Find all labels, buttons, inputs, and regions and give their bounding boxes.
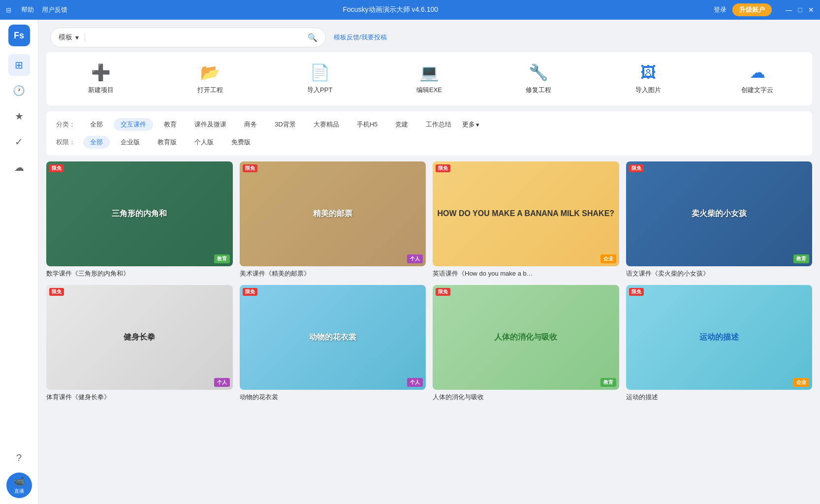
badge-limit: 限免 bbox=[436, 164, 450, 172]
action-import-img-label: 导入图片 bbox=[635, 86, 661, 94]
action-new[interactable]: ➕ 新建项目 bbox=[46, 58, 156, 99]
badge-limit: 限免 bbox=[243, 164, 257, 172]
open-project-icon: 📂 bbox=[200, 63, 220, 82]
filter-3d[interactable]: 3D背景 bbox=[268, 118, 303, 131]
check-icon: ✓ bbox=[15, 136, 23, 148]
menu-help[interactable]: 帮助 bbox=[21, 5, 34, 14]
feedback-link[interactable]: 模板反馈/我要投稿 bbox=[334, 33, 387, 42]
search-dropdown[interactable]: 模板 ▾ bbox=[59, 33, 85, 42]
login-button[interactable]: 登录 bbox=[714, 5, 726, 14]
perm-all[interactable]: 全部 bbox=[83, 136, 110, 149]
grid-title: 英语课件《How do you make a b… bbox=[433, 269, 619, 278]
titlebar-title: Focusky动画演示大师 v4.6.100 bbox=[67, 5, 714, 14]
grid-item-5[interactable]: 限免健身长拳个人体育课件《健身长拳》 bbox=[46, 285, 233, 402]
filter-party[interactable]: 党建 bbox=[388, 118, 415, 131]
template-grid: 限免三角形的内角和教育数学课件《三角形的内角和》限免精美的邮票个人美术课件《精美… bbox=[38, 161, 820, 504]
sidebar-item-history[interactable]: 🕐 bbox=[8, 80, 30, 101]
grid-item-6[interactable]: 限免动物的花衣裳个人动物的花衣裳 bbox=[240, 285, 426, 402]
grid-item-8[interactable]: 限免运动的描述企业运动的描述 bbox=[626, 285, 813, 402]
filter-all[interactable]: 全部 bbox=[83, 118, 110, 131]
action-repair-label: 修复工程 bbox=[526, 86, 551, 94]
upgrade-button[interactable]: 升级账户 bbox=[732, 3, 772, 16]
action-edit-exe-label: 编辑EXE bbox=[416, 86, 442, 94]
filter-mobile[interactable]: 手机H5 bbox=[350, 118, 385, 131]
new-project-icon: ➕ bbox=[91, 63, 111, 82]
card-text: 三角形的内角和 bbox=[108, 205, 171, 223]
perm-enterprise[interactable]: 企业版 bbox=[114, 136, 147, 149]
perm-personal[interactable]: 个人版 bbox=[188, 136, 221, 149]
titlebar-icon: ⊟ bbox=[6, 6, 11, 14]
filter-course[interactable]: 课件及微课 bbox=[188, 118, 233, 131]
grid-title: 运动的描述 bbox=[626, 393, 813, 402]
grid-item-4[interactable]: 限免卖火柴的小女孩教育语文课件《卖火柴的小女孩》 bbox=[626, 161, 813, 278]
menu-feedback[interactable]: 用户反馈 bbox=[42, 5, 67, 14]
help-icon: ? bbox=[16, 452, 22, 464]
grid-item-7[interactable]: 限免人体的消化与吸收教育人体的消化与吸收 bbox=[433, 285, 619, 402]
badge-type: 教育 bbox=[793, 254, 809, 263]
perm-education[interactable]: 教育版 bbox=[151, 136, 184, 149]
action-edit-exe[interactable]: 💻 编辑EXE bbox=[375, 58, 484, 99]
search-icon[interactable]: 🔍 bbox=[308, 33, 317, 42]
repair-icon: 🔧 bbox=[529, 63, 548, 82]
live-icon: 📹 bbox=[14, 476, 25, 487]
card-text: 人体的消化与吸收 bbox=[490, 328, 561, 346]
action-new-label: 新建项目 bbox=[88, 86, 114, 94]
history-icon: 🕐 bbox=[13, 85, 25, 96]
star-icon: ★ bbox=[15, 110, 24, 122]
grid-title: 语文课件《卖火柴的小女孩》 bbox=[626, 269, 813, 278]
badge-type: 教育 bbox=[600, 378, 616, 387]
category-label: 分类： bbox=[56, 120, 75, 129]
sidebar-item-help[interactable]: ? bbox=[8, 447, 30, 469]
badge-limit: 限免 bbox=[243, 288, 257, 296]
sidebar-item-cloud[interactable]: ☁ bbox=[8, 157, 30, 178]
badge-limit: 限免 bbox=[49, 288, 64, 296]
filter-education[interactable]: 教育 bbox=[157, 118, 184, 131]
titlebar: ⊟ 帮助 用户反馈 Focusky动画演示大师 v4.6.100 登录 升级账户… bbox=[0, 0, 820, 20]
perm-free[interactable]: 免费版 bbox=[224, 136, 257, 149]
sidebar-live-button[interactable]: 📹 直播 bbox=[6, 472, 32, 498]
sidebar-item-tasks[interactable]: ✓ bbox=[8, 131, 30, 153]
filters-section: 分类： 全部 交互课件 教育 课件及微课 商务 3D背景 大赛精品 手机H5 党… bbox=[46, 111, 812, 156]
app-body: Fs ⊞ 🕐 ★ ✓ ☁ ? 📹 直播 模板 bbox=[0, 20, 820, 504]
filter-more-label: 更多 bbox=[462, 120, 475, 129]
grid-item-2[interactable]: 限免精美的邮票个人美术课件《精美的邮票》 bbox=[240, 161, 426, 278]
badge-type: 企业 bbox=[600, 254, 616, 263]
sidebar-item-favorites[interactable]: ★ bbox=[8, 105, 30, 127]
permission-filter-row: 权限： 全部 企业版 教育版 个人版 免费版 bbox=[56, 136, 802, 149]
topbar: 模板 ▾ 🔍 模板反馈/我要投稿 bbox=[38, 20, 820, 52]
card-text: 运动的描述 bbox=[695, 328, 743, 346]
edit-exe-icon: 💻 bbox=[419, 63, 439, 82]
main-content: 模板 ▾ 🔍 模板反馈/我要投稿 ➕ 新建项目 📂 打开工程 📄 导入PPT bbox=[38, 20, 820, 504]
action-wordcloud[interactable]: ☁ 创建文字云 bbox=[703, 58, 812, 99]
sidebar-item-home[interactable]: ⊞ bbox=[8, 54, 30, 76]
badge-limit: 限免 bbox=[436, 288, 450, 296]
sidebar-logo: Fs bbox=[8, 25, 30, 46]
filter-interactive[interactable]: 交互课件 bbox=[114, 118, 153, 131]
live-label: 直播 bbox=[14, 488, 24, 495]
filter-more[interactable]: 更多 ▾ bbox=[462, 120, 479, 129]
search-input[interactable] bbox=[90, 33, 308, 41]
filter-business[interactable]: 商务 bbox=[237, 118, 264, 131]
badge-type: 企业 bbox=[793, 378, 809, 387]
grid-item-3[interactable]: 限免HOW DO YOU MAKE A BANANA MILK SHAKE?企业… bbox=[433, 161, 619, 278]
grid-title: 美术课件《精美的邮票》 bbox=[240, 269, 426, 278]
grid-container: 限免三角形的内角和教育数学课件《三角形的内角和》限免精美的邮票个人美术课件《精美… bbox=[46, 161, 812, 402]
action-repair[interactable]: 🔧 修复工程 bbox=[484, 58, 593, 99]
action-import-img[interactable]: 🖼 导入图片 bbox=[593, 58, 702, 99]
action-import-ppt[interactable]: 📄 导入PPT bbox=[265, 58, 375, 99]
grid-item-1[interactable]: 限免三角形的内角和教育数学课件《三角形的内角和》 bbox=[46, 161, 233, 278]
close-button[interactable]: ✕ bbox=[808, 6, 814, 14]
chevron-down-icon: ▾ bbox=[75, 33, 79, 41]
action-open[interactable]: 📂 打开工程 bbox=[156, 58, 265, 99]
card-text: 精美的邮票 bbox=[309, 205, 356, 223]
filter-competition[interactable]: 大赛精品 bbox=[307, 118, 346, 131]
grid-title: 体育课件《健身长拳》 bbox=[46, 393, 233, 402]
badge-limit: 限免 bbox=[629, 164, 644, 172]
maximize-button[interactable]: □ bbox=[798, 6, 802, 14]
permission-label: 权限： bbox=[56, 138, 75, 147]
minimize-button[interactable]: — bbox=[786, 6, 792, 14]
card-text: 健身长拳 bbox=[120, 328, 159, 346]
card-text: 卖火柴的小女孩 bbox=[688, 205, 751, 223]
filter-work[interactable]: 工作总结 bbox=[419, 118, 458, 131]
action-open-label: 打开工程 bbox=[197, 86, 223, 94]
